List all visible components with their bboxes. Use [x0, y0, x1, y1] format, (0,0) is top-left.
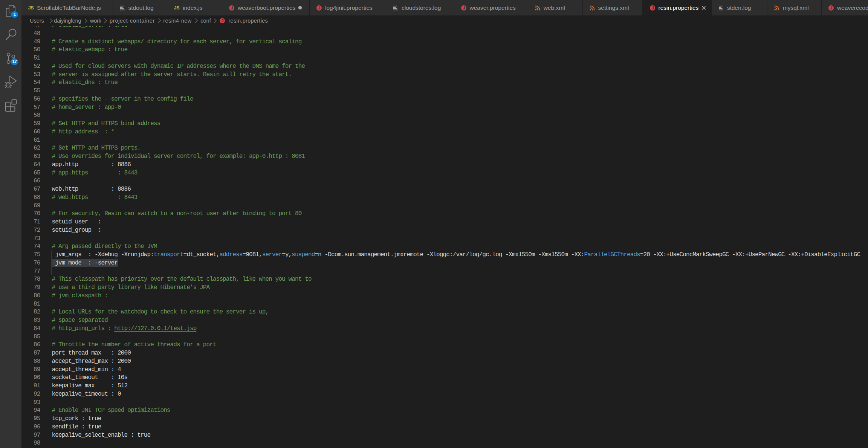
svg-text:J: J [231, 6, 233, 10]
svg-text:J: J [222, 18, 224, 23]
svg-text:J: J [830, 6, 832, 10]
svg-text:J: J [463, 6, 465, 10]
svg-text:J: J [318, 6, 320, 10]
svg-text:J: J [651, 6, 654, 10]
